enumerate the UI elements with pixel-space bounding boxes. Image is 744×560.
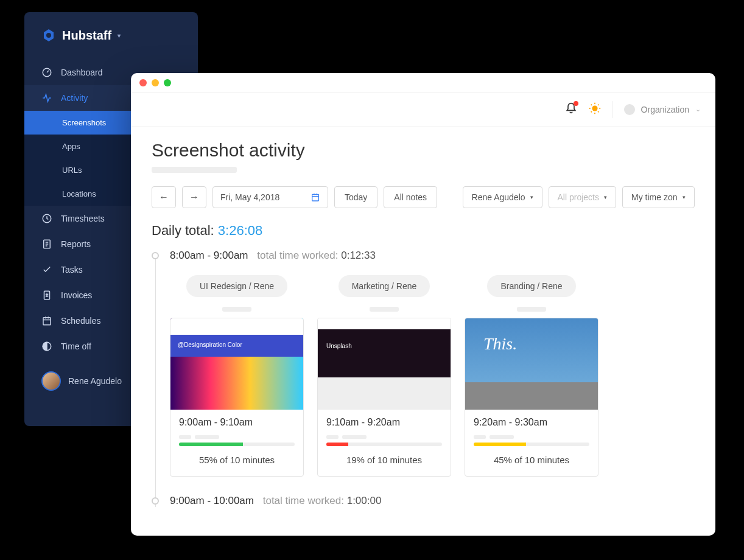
card-column: UI Redesign / Rene 9:00am - 9:10am 55% o… — [170, 275, 304, 477]
activity-percent: 45% of 10 minutes — [474, 455, 589, 465]
avatar — [41, 371, 61, 391]
date-picker[interactable]: Fri, May 4,2018 — [212, 186, 328, 208]
placeholder — [326, 435, 442, 439]
report-icon — [41, 239, 52, 250]
notification-badge — [574, 101, 578, 106]
time-block: 8:00am - 9:00am total time worked: 0:12:… — [170, 250, 695, 477]
chevron-down-icon: ⌄ — [695, 105, 701, 113]
sidebar-item-label: Activity — [61, 93, 88, 103]
activity-bar — [179, 443, 295, 446]
card-column: Branding / Rene 9:20am - 9:30am 45% of 1… — [465, 275, 598, 477]
org-avatar — [624, 104, 635, 115]
screenshot-thumb — [318, 318, 451, 410]
daily-total: Daily total: 3:26:08 — [152, 223, 695, 239]
all-notes-button[interactable]: All notes — [384, 186, 437, 208]
worked-text: total time worked: 0:12:33 — [257, 250, 376, 261]
page-title: Screenshot activity — [152, 140, 695, 161]
card-time: 9:00am - 9:10am — [179, 417, 295, 428]
activity-icon — [41, 93, 52, 103]
placeholder — [370, 307, 399, 312]
svg-rect-8 — [312, 194, 319, 201]
window-minimize[interactable] — [152, 79, 159, 86]
next-day-button[interactable]: → — [182, 186, 206, 208]
svg-point-7 — [592, 105, 597, 111]
date-value: Fri, May 4,2018 — [220, 192, 279, 202]
timeline: 8:00am - 9:00am total time worked: 0:12:… — [152, 250, 695, 507]
card-time: 9:10am - 9:20am — [326, 417, 442, 428]
sidebar-item-label: Invoices — [61, 290, 92, 300]
calendar-icon — [311, 192, 320, 202]
placeholder — [222, 307, 251, 312]
org-label: Organization — [641, 105, 689, 114]
calendar-icon — [41, 315, 52, 326]
clock-icon — [41, 213, 52, 224]
topbar: Organization ⌄ — [131, 93, 715, 127]
projects-filter[interactable]: All projects▾ — [549, 186, 616, 208]
user-name: Rene Agudelo — [68, 376, 122, 386]
placeholder — [474, 435, 589, 439]
placeholder — [152, 167, 237, 173]
project-pill[interactable]: Marketing / Rene — [339, 275, 430, 297]
brand-selector[interactable]: Hubstaff ▾ — [24, 28, 198, 60]
activity-bar — [474, 443, 589, 446]
placeholder — [179, 435, 295, 439]
timezone-filter[interactable]: My time zone▾ — [622, 186, 695, 208]
time-range: 8:00am - 9:00am — [170, 250, 248, 261]
screenshot-thumb — [465, 318, 598, 410]
timeoff-icon — [41, 341, 52, 352]
sidebar-item-label: Reports — [61, 239, 91, 249]
sun-icon — [588, 102, 602, 115]
sidebar-item-label: Tasks — [61, 265, 83, 275]
window-maximize[interactable] — [164, 79, 171, 86]
timeline-dot — [152, 497, 159, 505]
activity-bar — [326, 443, 442, 446]
notifications-button[interactable] — [565, 102, 577, 117]
screenshot-card[interactable]: 9:20am - 9:30am 45% of 10 minutes — [465, 318, 598, 477]
filters: ← → Fri, May 4,2018 Today All notes Rene… — [152, 186, 695, 208]
sidebar-item-label: Dashboard — [61, 68, 103, 77]
brand-name: Hubstaff — [62, 29, 111, 43]
organization-selector[interactable]: Organization ⌄ — [624, 104, 701, 115]
card-column: Marketing / Rene 9:10am - 9:20am 19% of … — [317, 275, 451, 477]
window-titlebar — [131, 73, 715, 93]
daily-total-label: Daily total: — [152, 223, 214, 238]
check-icon — [41, 264, 52, 275]
invoice-icon — [41, 290, 52, 301]
worked-text: total time worked: 1:00:00 — [263, 495, 382, 506]
screenshot-card[interactable]: 9:00am - 9:10am 55% of 10 minutes — [170, 318, 304, 477]
caret-down-icon: ▾ — [118, 32, 121, 39]
cards-row: UI Redesign / Rene 9:00am - 9:10am 55% o… — [170, 275, 695, 477]
time-header: 8:00am - 9:00am total time worked: 0:12:… — [170, 250, 695, 262]
svg-point-0 — [46, 33, 51, 38]
daily-total-value: 3:26:08 — [218, 223, 262, 238]
content: Screenshot activity ← → Fri, May 4,2018 … — [131, 127, 715, 534]
time-range: 9:00am - 10:00am — [170, 495, 254, 506]
card-time: 9:20am - 9:30am — [474, 417, 589, 428]
app-window: Organization ⌄ Screenshot activity ← → F… — [131, 73, 715, 536]
hubstaff-logo-icon — [41, 28, 56, 43]
card-body: 9:20am - 9:30am 45% of 10 minutes — [465, 410, 598, 476]
today-button[interactable]: Today — [334, 186, 377, 208]
caret-down-icon: ▾ — [604, 194, 607, 200]
gauge-icon — [41, 67, 52, 78]
project-pill[interactable]: Branding / Rene — [487, 275, 575, 297]
screenshot-card[interactable]: 9:10am - 9:20am 19% of 10 minutes — [317, 318, 451, 477]
card-body: 9:00am - 9:10am 55% of 10 minutes — [170, 410, 303, 476]
svg-rect-5 — [43, 318, 51, 325]
activity-percent: 55% of 10 minutes — [179, 455, 295, 465]
timeline-line — [155, 256, 156, 507]
sidebar-item-label: Schedules — [61, 316, 100, 326]
user-filter[interactable]: Rene Agudelo▾ — [463, 186, 542, 208]
timeline-dot — [152, 252, 159, 259]
sidebar-item-label: Timesheets — [61, 214, 105, 223]
card-body: 9:10am - 9:20am 19% of 10 minutes — [318, 410, 451, 476]
window-close[interactable] — [139, 79, 147, 86]
placeholder — [517, 307, 546, 312]
prev-day-button[interactable]: ← — [152, 186, 176, 208]
caret-down-icon: ▾ — [530, 194, 533, 200]
time-block: 9:00am - 10:00am total time worked: 1:00… — [170, 495, 695, 507]
project-pill[interactable]: UI Redesign / Rene — [186, 275, 287, 297]
activity-percent: 19% of 10 minutes — [326, 455, 442, 465]
screenshot-thumb — [170, 318, 303, 410]
theme-toggle[interactable] — [588, 102, 602, 117]
